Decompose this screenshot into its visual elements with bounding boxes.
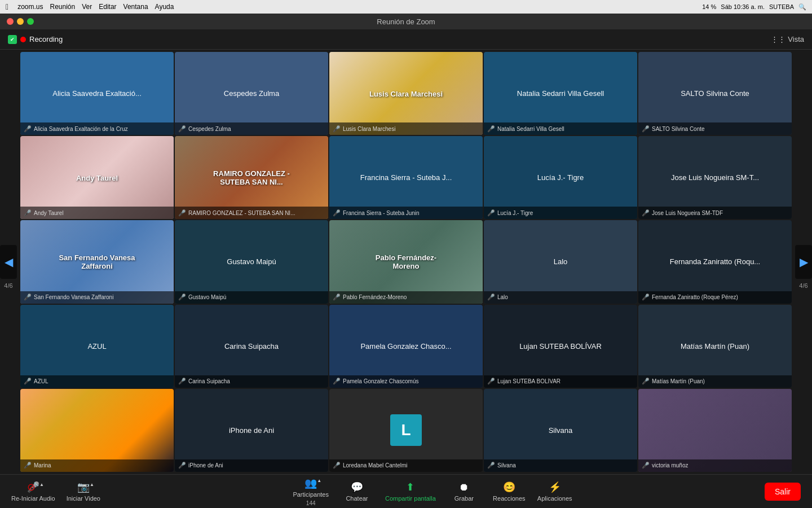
record-icon: ⏺: [459, 481, 469, 493]
nav-arrow-left[interactable]: ◀ 4/6: [0, 245, 17, 279]
menubar-ventana[interactable]: Ventana: [123, 3, 148, 11]
mute-status-icon: 🎤: [24, 378, 32, 385]
close-window-button[interactable]: [7, 18, 14, 25]
vista-label[interactable]: Vista: [788, 35, 804, 43]
video-label: Iniciar Video: [67, 495, 100, 502]
participant-full-name: Lujan SUTEBA BOLÍVAR: [497, 378, 561, 384]
chevron-up-icon: ▲: [39, 482, 44, 487]
minimize-window-button[interactable]: [17, 18, 24, 25]
participant-cell[interactable]: Lujan SUTEBA BOLÍVAR🎤Lujan SUTEBA BOLÍVA…: [484, 305, 637, 388]
participant-cell[interactable]: Cespedes Zulma🎤Cespedes Zulma: [175, 52, 328, 135]
participant-display-name: Lalo: [550, 257, 571, 266]
participant-bottom-bar: 🎤Lalo: [484, 291, 637, 304]
participant-bottom-bar: 🎤Lusis Clara Marchesi: [329, 122, 483, 135]
participant-display-name: AZUL: [84, 342, 109, 351]
participant-cell[interactable]: RAMIRO GONZALEZ - SUTEBA SAN NI...🎤RAMIR…: [175, 136, 328, 219]
participant-bottom-bar: 🎤Matías Martín (Puan): [638, 375, 792, 388]
participant-bottom-bar: 🎤Jose Luis Nogueira SM-TDF: [638, 207, 792, 219]
participant-display-name: iPhone de Ani: [226, 426, 277, 435]
menubar-left:  zoom.us Reunión Ver Editar Ventana Ayu…: [6, 2, 174, 11]
participant-cell[interactable]: Pablo Fernández-Moreno🎤Pablo Fernández-M…: [329, 220, 483, 303]
participant-display-name: Lusis Clara Marchesi: [369, 89, 443, 98]
participant-display-name: Andy Taurel: [76, 173, 118, 182]
chat-icon: 💬: [351, 481, 363, 493]
participant-display-name: Pamela Gonzalez Chasco...: [357, 342, 454, 351]
menubar-datetime: Sáb 10:36 a. m.: [721, 3, 765, 10]
mute-status-icon: 🎤: [178, 462, 186, 469]
window-title: Reunión de Zoom: [377, 17, 435, 26]
participant-full-name: Lusis Clara Marchesi: [343, 126, 395, 132]
participant-cell[interactable]: Francina Sierra - Suteba J...🎤Francina S…: [329, 136, 483, 219]
participant-cell[interactable]: Gustavo Maipú🎤Gustavo Maipú: [175, 220, 328, 303]
participant-cell[interactable]: Lalo🎤Lalo: [484, 220, 637, 303]
video-button[interactable]: 📷 ▲ Iniciar Video: [67, 481, 100, 502]
participant-cell[interactable]: Jose Luis Nogueira SM-T...🎤Jose Luis Nog…: [638, 136, 792, 219]
mute-status-icon: 🎤: [642, 378, 650, 385]
participant-full-name: San Fernando Vanesa Zaffaroni: [34, 294, 113, 300]
menubar-ver[interactable]: Ver: [82, 3, 92, 11]
bottom-bar-left: 🎤⊘ ▲ Re-Iniciar Audio 📷 ▲ Iniciar Video: [11, 481, 100, 502]
participant-display-name: Lujan SUTEBA BOLÍVAR: [516, 342, 605, 351]
participant-cell[interactable]: Matías Martín (Puan)🎤Matías Martín (Puan…: [638, 305, 792, 388]
participant-display-name: Francina Sierra - Suteba J...: [357, 173, 456, 182]
view-button[interactable]: ⋮⋮ Vista: [771, 35, 804, 43]
mute-status-icon: 🎤: [642, 209, 650, 217]
participant-cell[interactable]: L🎤Loredana Mabel Cantelmi: [329, 389, 483, 472]
participant-cell[interactable]: SALTO Silvina Conte🎤SALTO Silvina Conte: [638, 52, 792, 135]
participant-cell[interactable]: 🎤Marina: [20, 389, 174, 472]
participant-cell[interactable]: Natalia Sedarri Villa Gesell🎤Natalia Sed…: [484, 52, 637, 135]
chat-button[interactable]: 💬 Chatear: [340, 481, 374, 502]
reactions-button[interactable]: 😊 Reacciones: [492, 481, 526, 502]
participant-cell[interactable]: Pamela Gonzalez Chasco...🎤Pamela Gonzale…: [329, 305, 483, 388]
participant-full-name: Marina: [34, 462, 51, 468]
nav-arrow-right[interactable]: ▶ 4/6: [795, 245, 812, 279]
share-label: Compartir pantalla: [385, 495, 436, 502]
menubar-battery: 14 %: [702, 3, 716, 10]
participant-cell[interactable]: Andy Taurel🎤Andy Taurel: [20, 136, 174, 219]
participant-cell[interactable]: Alicia Saavedra Exaltació...🎤Alicia Saav…: [20, 52, 174, 135]
participant-cell[interactable]: 🎤victoria muñoz: [638, 389, 792, 472]
participant-cell[interactable]: San Fernando Vanesa Zaffaroni🎤San Fernan…: [20, 220, 174, 303]
participant-cell[interactable]: Carina Suipacha🎤Carina Suipacha: [175, 305, 328, 388]
participants-button[interactable]: 👥 ▲ Participantes 144: [293, 477, 329, 506]
exit-button[interactable]: Salir: [765, 483, 801, 501]
maximize-window-button[interactable]: [27, 18, 34, 25]
record-button[interactable]: ⏺ Grabar: [447, 481, 481, 502]
mute-status-icon: 🎤: [333, 209, 341, 217]
participant-cell[interactable]: iPhone de Ani🎤iPhone de Ani: [175, 389, 328, 472]
participant-display-name: Silvana: [545, 426, 576, 435]
menubar-reunion[interactable]: Reunión: [50, 3, 75, 11]
menubar-app[interactable]: zoom.us: [17, 3, 43, 11]
participant-cell[interactable]: Silvana🎤Silvana: [484, 389, 637, 472]
participant-full-name: Fernanda Zaniratto (Roque Pérez): [652, 294, 738, 300]
menubar-editar[interactable]: Editar: [99, 3, 116, 11]
share-screen-button[interactable]: ⬆ Compartir pantalla: [385, 481, 436, 502]
participant-display-name: Cespedes Zulma: [220, 89, 283, 98]
participant-display-name: Jose Luis Nogueira SM-T...: [668, 173, 762, 182]
apps-label: Aplicaciones: [537, 495, 572, 502]
bottom-bar: 🎤⊘ ▲ Re-Iniciar Audio 📷 ▲ Iniciar Video …: [0, 474, 812, 508]
mute-status-icon: 🎤: [333, 294, 341, 301]
chat-label: Chatear: [346, 495, 368, 502]
participant-bottom-bar: 🎤Lucía J.- Tigre: [484, 207, 637, 219]
participant-display-name: SALTO Silvina Conte: [677, 89, 753, 98]
participant-cell[interactable]: AZUL🎤AZUL: [20, 305, 174, 388]
apps-button[interactable]: ⚡ Aplicaciones: [537, 481, 572, 502]
mute-status-icon: 🎤: [333, 125, 341, 133]
participant-cell[interactable]: Lucía J.- Tigre🎤Lucía J.- Tigre: [484, 136, 637, 219]
participant-cell[interactable]: Fernanda Zaniratto (Roqu...🎤Fernanda Zan…: [638, 220, 792, 303]
menubar-ayuda[interactable]: Ayuda: [155, 3, 174, 11]
participant-bottom-bar: 🎤Gustavo Maipú: [175, 291, 328, 304]
audio-label: Re-Iniciar Audio: [11, 495, 55, 502]
participant-full-name: Matías Martín (Puan): [652, 378, 705, 384]
participant-full-name: Cespedes Zulma: [188, 126, 231, 132]
search-icon[interactable]: 🔍: [798, 3, 806, 11]
participant-bottom-bar: 🎤Cespedes Zulma: [175, 122, 328, 135]
mute-status-icon: 🎤: [24, 209, 32, 217]
participant-cell[interactable]: Lusis Clara Marchesi🎤Lusis Clara Marches…: [329, 52, 483, 135]
participant-bottom-bar: 🎤Carina Suipacha: [175, 375, 328, 388]
participant-bottom-bar: 🎤Francina Sierra - Suteba Junin: [329, 207, 483, 219]
participant-bottom-bar: 🎤Natalia Sedarri Villa Gesell: [484, 122, 637, 135]
audio-button[interactable]: 🎤⊘ ▲ Re-Iniciar Audio: [11, 481, 55, 502]
participant-full-name: Carina Suipacha: [188, 378, 230, 384]
